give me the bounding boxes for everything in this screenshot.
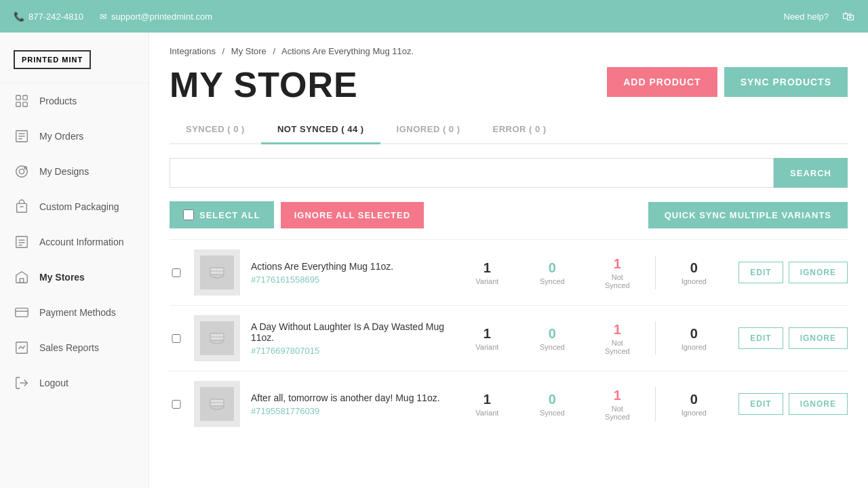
variants-label-2: Variant [460, 343, 514, 351]
product-info-1: Actions Are Everything Mug 11oz. #717616… [251, 261, 449, 285]
not-synced-col-1: 1 NotSynced [590, 256, 644, 289]
edit-button-3[interactable]: EDIT [738, 393, 783, 415]
page-title: MY STORE [170, 67, 358, 102]
breadcrumb: Integrations / My Store / Actions Are Ev… [170, 46, 848, 56]
tab-ignored[interactable]: IGNORED ( 0 ) [380, 116, 477, 144]
variants-col-1: 1 Variant [460, 260, 514, 285]
payment-icon [14, 304, 30, 321]
row-checkbox-3[interactable] [170, 400, 183, 409]
edit-button-2[interactable]: EDIT [738, 327, 783, 349]
product-sku-1[interactable]: #7176161558695 [251, 274, 449, 285]
breadcrumb-integrations[interactable]: Integrations [170, 46, 216, 56]
not-synced-label-3: NotSynced [590, 405, 644, 421]
topbar-right: Need help? 🛍 [784, 9, 855, 24]
products-icon [14, 93, 30, 109]
sidebar-item-my-stores[interactable]: My Stores [0, 260, 149, 295]
product-image-2 [194, 315, 240, 361]
ignore-button-1[interactable]: IGNORE [789, 262, 848, 283]
email-address: support@printedmint.com [111, 12, 212, 22]
row-checkbox-2[interactable] [170, 334, 183, 343]
reports-label: Sales Reports [39, 342, 99, 353]
variants-count-3: 1 [460, 392, 514, 407]
reports-icon [14, 340, 30, 356]
orders-label: My Orders [39, 131, 83, 142]
svg-rect-0 [16, 96, 20, 100]
topbar-contact: 📞 877-242-4810 ✉ support@printedmint.com [14, 12, 212, 22]
phone-number: 877-242-4810 [28, 12, 83, 22]
select-all-button[interactable]: SELECT ALL [170, 201, 274, 228]
variants-count-1: 1 [460, 260, 514, 276]
account-label: Account Information [39, 237, 124, 247]
ignored-label-1: Ignored [667, 277, 721, 285]
help-link[interactable]: Need help? [784, 12, 829, 22]
ignored-count-2: 0 [667, 326, 721, 342]
divider-1 [655, 256, 656, 289]
breadcrumb-product: Actions Are Everything Mug 11oz. [281, 46, 414, 56]
row-actions-2: EDIT IGNORE [738, 327, 848, 349]
product-sku-2[interactable]: #7176697807015 [251, 346, 449, 356]
product-sku-3[interactable]: #7195581776039 [251, 406, 449, 416]
select-all-checkbox[interactable] [183, 209, 194, 220]
logout-label: Logout [39, 378, 68, 388]
product-name-1: Actions Are Everything Mug 11oz. [251, 261, 449, 272]
ignore-button-2[interactable]: IGNORE [789, 327, 848, 349]
search-button[interactable]: SEARCH [774, 158, 848, 188]
ignored-count-3: 0 [667, 392, 721, 407]
svg-rect-11 [17, 203, 27, 212]
row-actions-3: EDIT IGNORE [738, 393, 848, 415]
not-synced-label-2: NotSynced [590, 339, 644, 355]
svg-rect-18 [16, 308, 28, 317]
sidebar-item-my-orders[interactable]: My Orders [0, 119, 149, 154]
tab-not-synced[interactable]: NOT SYNCED ( 44 ) [261, 116, 380, 144]
tab-synced[interactable]: SYNCED ( 0 ) [170, 116, 261, 144]
product-info-3: After all, tomorrow is another day! Mug … [251, 392, 449, 416]
not-synced-count-2: 1 [590, 322, 644, 338]
sidebar-item-payment-methods[interactable]: Payment Methods [0, 295, 149, 330]
ignore-button-3[interactable]: IGNORE [789, 393, 848, 415]
sidebar-item-products[interactable]: Products [0, 83, 149, 119]
logout-icon [14, 375, 30, 391]
not-synced-col-3: 1 NotSynced [590, 388, 644, 421]
synced-label-3: Synced [525, 409, 579, 417]
svg-rect-2 [16, 102, 20, 106]
sidebar-item-sales-reports[interactable]: Sales Reports [0, 330, 149, 365]
variants-col-3: 1 Variant [460, 392, 514, 417]
synced-label-1: Synced [525, 277, 579, 285]
sidebar-item-custom-packaging[interactable]: Custom Packaging [0, 189, 149, 224]
packaging-label: Custom Packaging [39, 201, 119, 212]
not-synced-col-2: 1 NotSynced [590, 322, 644, 355]
topbar: 📞 877-242-4810 ✉ support@printedmint.com… [0, 0, 868, 33]
edit-button-1[interactable]: EDIT [738, 262, 783, 283]
sidebar-item-logout[interactable]: Logout [0, 365, 149, 401]
ignored-col-3: 0 Ignored [667, 392, 721, 417]
synced-col-1: 0 Synced [525, 260, 579, 285]
ignore-all-button[interactable]: IGNORE ALL SELECTED [281, 202, 424, 228]
variants-label-3: Variant [460, 409, 514, 417]
tab-error[interactable]: ERROR ( 0 ) [477, 116, 563, 144]
quick-sync-button[interactable]: QUICK SYNC MULTIPLE VARIANTS [648, 202, 848, 228]
add-product-button[interactable]: ADD PRODUCT [607, 67, 717, 97]
ignored-count-1: 0 [667, 260, 721, 276]
brand-logo: PRINTED MINT [14, 50, 91, 69]
orders-icon [14, 128, 30, 144]
row-checkbox-1[interactable] [170, 268, 183, 277]
phone-item: 📞 877-242-4810 [14, 12, 83, 22]
cart-icon[interactable]: 🛍 [842, 9, 854, 24]
brand: PRINTED MINT [0, 39, 149, 83]
product-info-2: A Day Without Laughter Is A Day Wasted M… [251, 321, 449, 356]
sidebar-item-my-designs[interactable]: My Designs [0, 154, 149, 189]
breadcrumb-my-store[interactable]: My Store [231, 46, 267, 56]
product-image-3 [194, 381, 240, 427]
payment-label: Payment Methods [39, 307, 116, 318]
sidebar-item-account-information[interactable]: Account Information [0, 224, 149, 260]
search-input[interactable] [170, 158, 774, 188]
divider-2 [655, 321, 656, 355]
synced-count-2: 0 [525, 326, 579, 342]
svg-rect-17 [20, 279, 24, 283]
svg-rect-1 [23, 96, 27, 100]
content-area: Integrations / My Store / Actions Are Ev… [149, 33, 868, 488]
sync-products-button[interactable]: SYNC PRODUCTS [724, 67, 848, 97]
packaging-icon [14, 199, 30, 215]
page-header: MY STORE ADD PRODUCT SYNC PRODUCTS [170, 67, 848, 102]
synced-count-1: 0 [525, 260, 579, 276]
